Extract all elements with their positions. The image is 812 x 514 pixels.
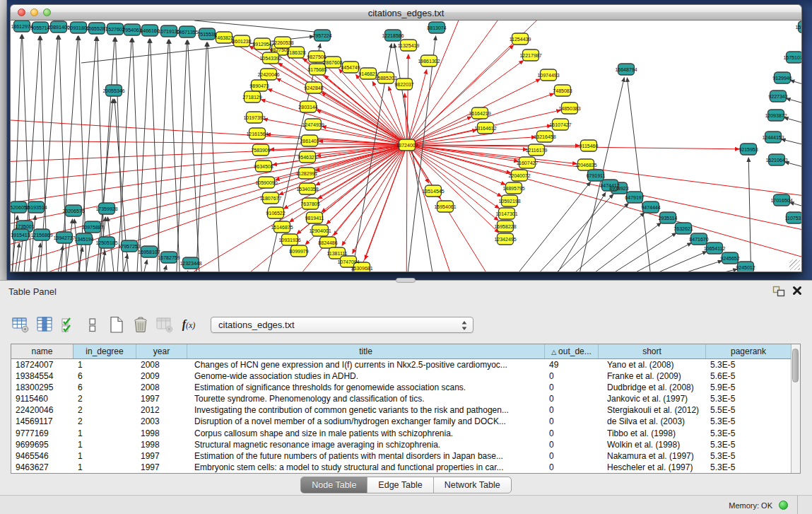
table-cell[interactable]: 49 (545, 359, 599, 370)
table-cell[interactable]: 0 (545, 416, 599, 427)
table-settings-icon[interactable] (11, 315, 30, 334)
table-cell[interactable]: Yano et al. (2008) (599, 359, 706, 370)
table-cell[interactable]: 2008 (136, 382, 187, 393)
table-cell[interactable]: 2012 (136, 404, 187, 416)
table-cell[interactable]: Hescheler et al. (1997) (599, 462, 706, 473)
table-cell[interactable]: 9699695 (11, 439, 73, 450)
table-cell[interactable]: 1997 (136, 393, 187, 404)
table-cell[interactable]: Disruption of a novel member of a sodium… (187, 416, 545, 427)
table-cell[interactable]: 1 (73, 428, 136, 439)
deselect-all-icon[interactable] (83, 315, 102, 334)
table-cell[interactable]: Stergiakouli et al. (2012) (599, 404, 706, 416)
table-cell[interactable]: Genome-wide association studies in ADHD. (187, 370, 545, 382)
table-cell[interactable]: 5.3E-5 (706, 359, 792, 370)
table-row[interactable]: 1456911722003Disruption of a novel membe… (11, 416, 792, 427)
close-panel-icon[interactable] (792, 286, 802, 296)
table-row[interactable]: 2242004622012Investigating the contribut… (11, 404, 792, 416)
table-selector-dropdown[interactable]: citations_edges.txt (211, 317, 473, 333)
table-cell[interactable]: 0 (545, 382, 599, 393)
table-cell[interactable]: 2 (73, 404, 136, 416)
table-cell[interactable]: Estimation of significance thresholds fo… (187, 382, 545, 393)
table-cell[interactable]: 6 (73, 382, 136, 393)
table-cell[interactable]: Tibbo et al. (1998) (599, 428, 706, 439)
column-header-in-degree[interactable]: in_degree (73, 344, 136, 358)
table-cell[interactable]: 0 (545, 428, 599, 439)
tab-edge-table[interactable]: Edge Table (367, 477, 433, 493)
column-header-year[interactable]: year (136, 344, 187, 358)
table-cell[interactable]: 18724007 (11, 359, 73, 370)
column-header-out-de-[interactable]: △out_de... (545, 344, 599, 358)
table-cell[interactable]: 19384554 (11, 370, 73, 382)
table-cell[interactable]: Corpus callosum shape and size in male p… (187, 428, 545, 439)
left-splitter[interactable] (0, 0, 7, 280)
table-cell[interactable]: Changes of HCN gene expression and I(f) … (187, 359, 545, 370)
table-cell[interactable]: Franke et al. (2009) (599, 370, 706, 382)
vertical-scrollbar[interactable] (791, 344, 800, 473)
memory-status-indicator[interactable] (779, 501, 788, 510)
table-row[interactable]: 1938455462009Genome-wide association stu… (11, 370, 792, 382)
table-cell[interactable]: 0 (545, 404, 599, 416)
table-row[interactable]: 1872400712008Changes of HCN gene express… (11, 359, 792, 370)
tab-node-table[interactable]: Node Table (301, 477, 367, 493)
resize-grip[interactable] (789, 259, 800, 270)
table-cell[interactable]: 9115460 (11, 393, 73, 404)
column-header-title[interactable]: title (187, 344, 545, 358)
table-cell[interactable]: 1 (73, 359, 136, 370)
table-cell[interactable]: 1 (73, 450, 136, 462)
table-row[interactable]: 946362711997Embryonic stem cells: a mode… (11, 462, 792, 473)
table-cell[interactable]: Embryonic stem cells: a model to study s… (187, 462, 545, 473)
table-cell[interactable]: 2008 (136, 359, 187, 370)
table-cell[interactable]: 5.9E-5 (706, 382, 792, 393)
table-cell[interactable]: 0 (545, 370, 599, 382)
table-row[interactable]: 911546021997Tourette syndrome. Phenomeno… (11, 393, 792, 404)
table-cell[interactable]: 1997 (136, 462, 187, 473)
table-cell[interactable]: 1998 (136, 439, 187, 450)
table-row[interactable]: 1830029562008Estimation of significance … (11, 382, 792, 393)
table-cell[interactable]: 2003 (136, 416, 187, 427)
scrollbar-thumb[interactable] (792, 349, 799, 382)
table-cell[interactable]: 2 (73, 393, 136, 404)
column-header-short[interactable]: short (599, 344, 706, 358)
network-canvas[interactable]: 1872400711325419158852039146821845474928… (10, 21, 802, 272)
table-cell[interactable]: 5.3E-5 (706, 416, 792, 427)
table-cell[interactable]: 9465546 (11, 450, 73, 462)
table-cell[interactable]: 2009 (136, 370, 187, 382)
table-cell[interactable]: 0 (545, 393, 599, 404)
table-cell[interactable]: 1997 (136, 450, 187, 462)
table-cell[interactable]: 5.3E-5 (706, 450, 792, 462)
delete-rows-icon[interactable] (131, 315, 150, 334)
new-table-icon[interactable] (107, 315, 126, 334)
table-cell[interactable]: 0 (545, 462, 599, 473)
table-cell[interactable]: Estimation of the future numbers of pati… (187, 450, 545, 462)
table-cell[interactable]: 9463627 (11, 462, 73, 473)
table-cell[interactable]: de Silva et al. (2003) (599, 416, 706, 427)
table-cell[interactable]: 6 (73, 370, 136, 382)
show-columns-icon[interactable] (35, 315, 54, 334)
table-cell[interactable]: 1998 (136, 428, 187, 439)
float-panel-button[interactable] (772, 286, 785, 297)
table-cell[interactable]: 9777169 (11, 428, 73, 439)
table-cell[interactable]: 14569117 (11, 416, 73, 427)
table-cell[interactable]: Nakamura et al. (1997) (599, 450, 706, 462)
table-cell[interactable]: 5.3E-5 (706, 393, 792, 404)
table-cell[interactable]: 5.3E-5 (706, 439, 792, 450)
table-row[interactable]: 969969511998Structural magnetic resonanc… (11, 439, 792, 450)
table-cell[interactable]: 5.5E-5 (706, 404, 792, 416)
table-cell[interactable]: 5.6E-5 (706, 370, 792, 382)
table-cell[interactable]: Investigating the contribution of common… (187, 404, 545, 416)
splitter-handle[interactable] (396, 278, 416, 283)
table-cell[interactable]: 22420046 (11, 404, 73, 416)
table-cell[interactable]: 0 (545, 439, 599, 450)
table-cell[interactable]: Dudbridge et al. (2008) (599, 382, 706, 393)
table-cell[interactable]: Structural magnetic resonance image aver… (187, 439, 545, 450)
window-titlebar[interactable]: citations_edges.txt (10, 4, 802, 21)
function-builder-icon[interactable]: f(x) (180, 315, 198, 334)
column-header-pagerank[interactable]: pagerank (706, 344, 792, 358)
table-cell[interactable]: 18300295 (11, 382, 73, 393)
select-all-icon[interactable] (59, 315, 78, 334)
table-row[interactable]: 977716911998Corpus callosum shape and si… (11, 428, 792, 439)
table-cell[interactable]: Jankovic et al. (1997) (599, 393, 706, 404)
table-cell[interactable]: 5.3E-5 (706, 428, 792, 439)
citation-network-graph[interactable]: 1872400711325419158852039146821845474928… (11, 21, 801, 271)
table-cell[interactable]: 1 (73, 439, 136, 450)
